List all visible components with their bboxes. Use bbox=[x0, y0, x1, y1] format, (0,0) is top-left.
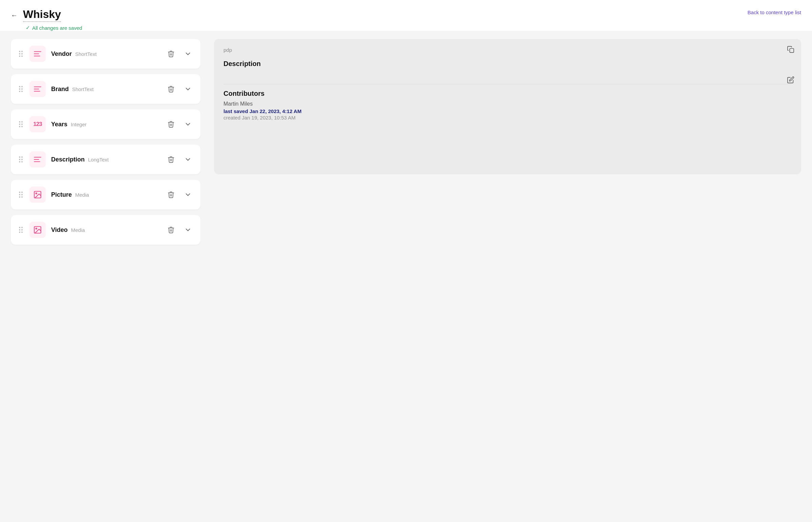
drag-dot bbox=[21, 227, 23, 228]
drag-dot bbox=[19, 156, 20, 158]
expand-button-video[interactable] bbox=[182, 224, 194, 236]
field-card-years: 123 Years Integer bbox=[11, 109, 200, 139]
field-card-description: Description LongText bbox=[11, 144, 200, 174]
field-actions-picture bbox=[165, 189, 194, 200]
drag-dot bbox=[21, 192, 23, 193]
drag-dot bbox=[21, 194, 23, 195]
created-date: created Jan 19, 2023, 10:53 AM bbox=[223, 115, 792, 121]
drag-handle-description[interactable] bbox=[18, 155, 24, 164]
drag-dot bbox=[19, 192, 20, 193]
field-name-video: Video bbox=[51, 226, 68, 234]
field-actions-brand bbox=[165, 83, 194, 95]
field-info-picture: Picture Media bbox=[51, 191, 160, 198]
drag-dot bbox=[21, 156, 23, 158]
drag-dot bbox=[21, 126, 23, 127]
drag-dot bbox=[19, 196, 20, 198]
drag-dot bbox=[21, 124, 23, 125]
contributor-name: Martin Miles bbox=[223, 101, 792, 107]
delete-button-video[interactable] bbox=[165, 224, 177, 236]
copy-button[interactable] bbox=[787, 46, 794, 53]
drag-dot bbox=[21, 161, 23, 162]
drag-dot bbox=[19, 124, 20, 125]
svg-rect-13 bbox=[790, 48, 794, 53]
field-info-description: Description LongText bbox=[51, 156, 160, 163]
last-saved-date: last saved Jan 22, 2023, 4:12 AM bbox=[223, 108, 792, 114]
field-actions-vendor bbox=[165, 48, 194, 60]
delete-button-brand[interactable] bbox=[165, 83, 177, 95]
expand-button-description[interactable] bbox=[182, 154, 194, 165]
delete-button-years[interactable] bbox=[165, 119, 177, 130]
field-info-vendor: Vendor ShortText bbox=[51, 51, 160, 58]
field-card-picture: Picture Media bbox=[11, 180, 200, 209]
drag-dot bbox=[21, 229, 23, 230]
field-type-vendor: ShortText bbox=[75, 51, 97, 57]
field-card-vendor: Vendor ShortText bbox=[11, 39, 200, 69]
field-icon-description bbox=[29, 151, 46, 167]
drag-handle-picture[interactable] bbox=[18, 190, 24, 199]
drag-dot bbox=[19, 126, 20, 127]
drag-dot bbox=[21, 232, 23, 233]
drag-handle-vendor[interactable] bbox=[18, 49, 24, 58]
drag-dot bbox=[19, 227, 20, 228]
fields-list: Vendor ShortText bbox=[11, 39, 200, 245]
field-type-picture: Media bbox=[75, 192, 89, 198]
field-actions-video bbox=[165, 224, 194, 236]
drag-handle-video[interactable] bbox=[18, 225, 24, 234]
edit-button[interactable] bbox=[787, 76, 794, 84]
drag-dot bbox=[19, 53, 20, 55]
drag-dot bbox=[21, 53, 23, 55]
delete-button-description[interactable] bbox=[165, 154, 177, 165]
drag-dot bbox=[19, 194, 20, 195]
field-icon-vendor bbox=[29, 46, 46, 62]
drag-dot bbox=[19, 56, 20, 57]
delete-button-picture[interactable] bbox=[165, 189, 177, 200]
drag-handle-brand[interactable] bbox=[18, 85, 24, 94]
field-name-years: Years bbox=[51, 121, 67, 128]
drag-handle-years[interactable] bbox=[18, 120, 24, 129]
field-info-years: Years Integer bbox=[51, 121, 160, 128]
svg-point-10 bbox=[36, 193, 37, 194]
drag-dot bbox=[21, 196, 23, 198]
top-bar-left: ← Whisky ✓ All changes are saved bbox=[11, 8, 82, 31]
svg-point-12 bbox=[36, 228, 37, 229]
field-icon-years: 123 bbox=[29, 116, 46, 132]
drag-dot bbox=[21, 91, 23, 92]
field-name-brand: Brand bbox=[51, 86, 69, 93]
delete-button-vendor[interactable] bbox=[165, 48, 177, 60]
field-icon-picture bbox=[29, 186, 46, 203]
main-content: Vendor ShortText bbox=[0, 31, 812, 253]
sidebar-description-label: Description bbox=[223, 60, 792, 68]
saved-status: ✓ All changes are saved bbox=[26, 25, 82, 31]
drag-dot bbox=[19, 161, 20, 162]
expand-button-picture[interactable] bbox=[182, 189, 194, 200]
field-actions-description bbox=[165, 154, 194, 165]
top-bar: ← Whisky ✓ All changes are saved Back to… bbox=[0, 0, 812, 31]
drag-dot bbox=[21, 88, 23, 90]
field-card-brand: Brand ShortText bbox=[11, 74, 200, 104]
back-button[interactable]: ← bbox=[11, 12, 18, 19]
field-info-video: Video Media bbox=[51, 226, 160, 234]
field-name-vendor: Vendor bbox=[51, 51, 72, 58]
title-row: ← Whisky bbox=[11, 8, 82, 22]
drag-dot bbox=[19, 86, 20, 87]
field-name-picture: Picture bbox=[51, 191, 72, 198]
drag-dot bbox=[21, 51, 23, 52]
back-to-list-link[interactable]: Back to content type list bbox=[748, 9, 801, 15]
sidebar-pdp-label: pdp bbox=[223, 47, 232, 53]
field-name-description: Description bbox=[51, 156, 85, 163]
divider bbox=[223, 84, 792, 84]
expand-button-brand[interactable] bbox=[182, 83, 194, 95]
field-type-years: Integer bbox=[71, 122, 87, 127]
expand-button-years[interactable] bbox=[182, 119, 194, 130]
saved-label: All changes are saved bbox=[32, 25, 82, 31]
drag-dot bbox=[19, 51, 20, 52]
drag-dot bbox=[21, 86, 23, 87]
drag-dot bbox=[19, 229, 20, 230]
expand-button-vendor[interactable] bbox=[182, 48, 194, 60]
field-info-brand: Brand ShortText bbox=[51, 86, 160, 93]
field-actions-years bbox=[165, 119, 194, 130]
contributors-label: Contributors bbox=[223, 90, 792, 98]
field-type-description: LongText bbox=[88, 157, 109, 162]
field-card-video: Video Media bbox=[11, 215, 200, 245]
drag-dot bbox=[19, 232, 20, 233]
